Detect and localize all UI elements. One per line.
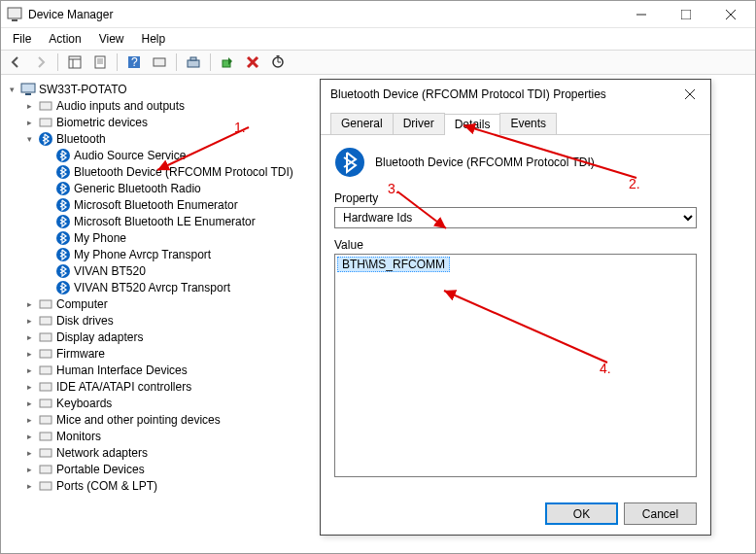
expander-icon[interactable]: ▸	[24, 348, 35, 359]
svg-rect-37	[40, 317, 52, 325]
expander-icon[interactable]: ▸	[24, 298, 35, 309]
tree-item-label: My Phone Avrcp Transport	[74, 248, 211, 261]
device-manager-icon	[7, 7, 22, 22]
tree-root-label: SW33T-POTATO	[39, 83, 127, 96]
properties-icon[interactable]	[89, 52, 111, 73]
tree-item-label: Computer	[56, 297, 108, 311]
scan-changes-icon[interactable]	[267, 52, 289, 73]
expander-icon[interactable]: ▸	[24, 447, 35, 458]
expander-icon[interactable]: ▸	[24, 117, 35, 127]
svg-rect-40	[40, 366, 52, 374]
tree-item-label: VIVAN BT520	[74, 264, 146, 278]
tree-item-label: Bluetooth	[56, 132, 106, 146]
toolbar: ?	[1, 50, 755, 75]
svg-rect-47	[40, 482, 52, 490]
svg-rect-24	[40, 102, 52, 110]
property-select[interactable]: Hardware Ids	[334, 207, 697, 228]
ok-button[interactable]: OK	[545, 502, 618, 525]
svg-rect-36	[40, 300, 52, 308]
menu-view[interactable]: View	[91, 30, 132, 48]
tree-item-label: Portable Devices	[56, 463, 145, 476]
close-button[interactable]	[708, 1, 753, 28]
dialog-titlebar[interactable]: Bluetooth Device (RFCOMM Protocol TDI) P…	[321, 80, 710, 109]
property-label: Property	[334, 191, 697, 205]
tab-general[interactable]: General	[330, 113, 394, 134]
tree-item-label: Audio Source Service	[74, 149, 186, 162]
svg-rect-0	[8, 8, 21, 18]
update-driver-icon[interactable]	[183, 52, 204, 73]
tree-item-label: Firmware	[56, 347, 105, 361]
window-title: Device Manager	[28, 8, 619, 21]
tree-item-label: Network adapters	[56, 446, 148, 460]
tree-item-label: IDE ATA/ATAPI controllers	[56, 380, 191, 394]
dialog-device-name: Bluetooth Device (RFCOMM Protocol TDI)	[375, 156, 595, 169]
svg-text:?: ?	[131, 55, 138, 69]
menu-help[interactable]: Help	[134, 30, 174, 48]
svg-rect-42	[40, 399, 52, 407]
svg-rect-9	[95, 56, 105, 68]
svg-rect-22	[21, 84, 35, 92]
maximize-button[interactable]	[664, 1, 708, 28]
svg-rect-45	[40, 449, 52, 457]
expander-icon[interactable]: ▸	[24, 414, 35, 425]
bluetooth-icon	[334, 147, 365, 178]
expander-icon[interactable]: ▸	[24, 381, 35, 392]
svg-rect-46	[40, 466, 52, 473]
svg-rect-25	[40, 119, 52, 126]
tree-item-label: Monitors	[56, 430, 101, 443]
svg-rect-6	[69, 56, 81, 68]
dialog-close-button[interactable]	[679, 84, 701, 105]
tree-item-label: Ports (COM & LPT)	[56, 479, 157, 493]
tree-item-label: Display adapters	[56, 330, 143, 344]
expander-icon[interactable]: ▸	[24, 331, 35, 342]
tree-item-label: Disk drives	[56, 314, 114, 328]
expander-icon[interactable]: ▸	[24, 364, 35, 375]
tab-details[interactable]: Details	[444, 114, 501, 135]
expander-icon[interactable]: ▸	[24, 315, 35, 326]
cancel-button[interactable]: Cancel	[624, 502, 697, 525]
tree-item-label: My Phone	[74, 231, 126, 245]
show-hide-tree-icon[interactable]	[64, 52, 86, 73]
svg-rect-23	[25, 93, 31, 95]
tree-item-label: VIVAN BT520 Avrcp Transport	[74, 281, 230, 294]
expander-icon[interactable]: ▸	[24, 398, 35, 408]
svg-rect-43	[40, 416, 52, 424]
help-icon[interactable]: ?	[123, 52, 145, 73]
menu-action[interactable]: Action	[41, 30, 88, 48]
forward-button[interactable]	[30, 52, 52, 73]
svg-rect-17	[190, 57, 196, 60]
tree-item-label: Keyboards	[56, 397, 112, 410]
tree-item-label: Biometric devices	[56, 116, 148, 129]
scan-hardware-icon[interactable]	[149, 52, 170, 73]
expander-icon[interactable]: ▾	[7, 84, 17, 94]
tree-item-label: Microsoft Bluetooth LE Enumerator	[74, 215, 256, 228]
svg-rect-41	[40, 383, 52, 391]
expander-icon[interactable]: ▸	[24, 100, 35, 111]
tree-item-label: Microsoft Bluetooth Enumerator	[74, 198, 238, 212]
menu-file[interactable]: File	[5, 30, 39, 48]
svg-rect-16	[188, 60, 199, 67]
svg-rect-3	[681, 10, 691, 19]
expander-icon[interactable]: ▾	[24, 133, 35, 144]
uninstall-device-icon[interactable]	[242, 52, 263, 73]
svg-rect-44	[40, 433, 52, 440]
value-listbox[interactable]: BTH\MS_RFCOMM	[334, 254, 697, 477]
titlebar: Device Manager	[1, 1, 755, 28]
dialog-title: Bluetooth Device (RFCOMM Protocol TDI) P…	[330, 87, 679, 101]
back-button[interactable]	[5, 52, 26, 73]
value-item[interactable]: BTH\MS_RFCOMM	[337, 257, 450, 272]
tab-driver[interactable]: Driver	[393, 113, 445, 134]
enable-device-icon[interactable]	[217, 52, 238, 73]
dialog-tabs: General Driver Details Events	[321, 109, 710, 135]
properties-dialog: Bluetooth Device (RFCOMM Protocol TDI) P…	[320, 79, 711, 536]
tree-item-label: Mice and other pointing devices	[56, 413, 221, 427]
expander-icon[interactable]: ▸	[24, 464, 35, 474]
expander-icon[interactable]: ▸	[24, 431, 35, 441]
minimize-button[interactable]	[619, 1, 664, 28]
menubar: File Action View Help	[1, 28, 755, 50]
tab-events[interactable]: Events	[499, 113, 557, 134]
svg-rect-39	[40, 350, 52, 358]
tree-item-label: Audio inputs and outputs	[56, 99, 185, 113]
computer-icon	[20, 82, 36, 97]
expander-icon[interactable]: ▸	[24, 480, 35, 491]
